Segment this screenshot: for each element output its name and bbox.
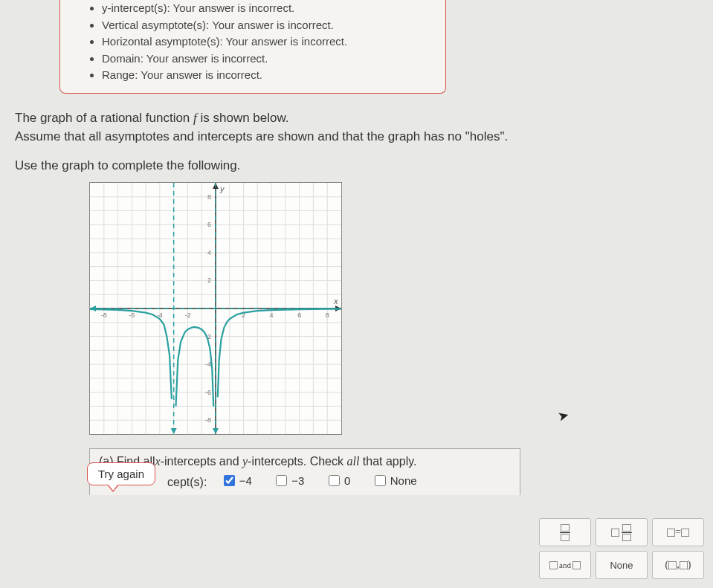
svg-marker-57 [171,428,177,434]
tool-interval[interactable]: (,) [652,551,704,579]
svg-text:-6: -6 [129,311,135,319]
svg-text:2: 2 [207,277,211,284]
checkbox-0[interactable] [329,475,340,486]
option-neg4[interactable]: −4 [221,473,252,488]
svg-text:-4: -4 [205,361,211,368]
try-again-button[interactable]: Try again [87,462,155,485]
instruction-text: Use the graph to complete the following. [15,158,698,173]
tool-fraction[interactable] [539,518,591,546]
problem-content: The graph of a rational function f is sh… [0,109,713,495]
svg-text:-2: -2 [184,311,190,319]
part-a-prompt: (a) Find all x-intercepts and y-intercep… [99,455,511,468]
svg-text:6: 6 [207,221,211,228]
option-neg3[interactable]: −3 [273,473,304,488]
feedback-item: y-intercept(s): Your answer is incorrect… [102,0,430,17]
intercept-options-row: Try again cept(s): −4 −3 0 None [100,473,511,495]
option-0[interactable]: 0 [326,473,350,488]
svg-text:x: x [333,297,338,306]
svg-text:4: 4 [270,311,274,319]
svg-text:4: 4 [207,248,211,256]
tool-equation[interactable]: = [652,518,704,546]
feedback-box: y-intercept(s): Your answer is incorrect… [59,0,446,94]
feedback-item: Range: Your answer is incorrect. [102,67,430,84]
graph-plot: -8-6-4-22468-8-6-4-22468xy [89,182,342,435]
intercept-row-label: cept(s): [167,476,207,488]
part-a-section: (a) Find all x-intercepts and y-intercep… [89,448,520,495]
svg-text:y: y [219,184,225,193]
tool-mixed-number[interactable] [596,518,648,546]
svg-text:-8: -8 [101,311,107,319]
feedback-list: y-intercept(s): Your answer is incorrect… [75,0,430,84]
graph-svg: -8-6-4-22468-8-6-4-22468xy [90,183,341,434]
feedback-item: Horizontal asymptote(s): Your answer is … [102,33,430,51]
problem-statement: The graph of a rational function f is sh… [15,109,698,146]
svg-marker-59 [213,428,219,434]
tool-none[interactable]: None [596,551,648,579]
checkbox-none[interactable] [375,475,386,486]
math-toolbox: = and None (,) [539,518,704,579]
svg-text:8: 8 [326,311,329,319]
tool-and[interactable]: and [539,551,591,579]
svg-text:-8: -8 [205,416,211,424]
feedback-item: Domain: Your answer is incorrect. [102,51,430,68]
svg-text:6: 6 [297,311,301,319]
svg-text:-6: -6 [205,388,211,395]
checkbox-neg4[interactable] [224,475,235,486]
option-none[interactable]: None [372,473,417,488]
feedback-item: Vertical asymptote(s): Your answer is in… [102,17,430,34]
svg-text:8: 8 [207,193,211,200]
checkbox-neg3[interactable] [276,475,287,486]
